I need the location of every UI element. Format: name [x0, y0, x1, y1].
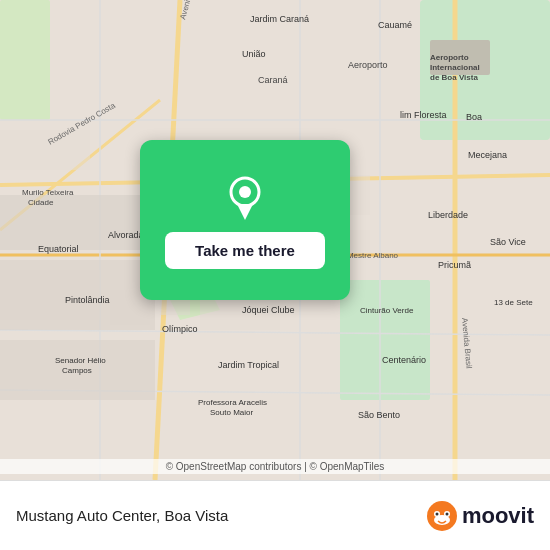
svg-text:Caraná: Caraná	[258, 75, 288, 85]
svg-text:13 de Sete: 13 de Sete	[494, 298, 533, 307]
svg-text:Murilo Teixeira: Murilo Teixeira	[22, 188, 74, 197]
svg-text:Professora Aracelis: Professora Aracelis	[198, 398, 267, 407]
svg-text:Internacional: Internacional	[430, 63, 480, 72]
svg-text:Liberdade: Liberdade	[428, 210, 468, 220]
svg-text:Cinturão Verde: Cinturão Verde	[360, 306, 414, 315]
svg-text:de Boa Vista: de Boa Vista	[430, 73, 478, 82]
svg-point-69	[435, 512, 438, 515]
svg-text:Jóquei Clube: Jóquei Clube	[242, 305, 295, 315]
svg-text:Jardim Tropical: Jardim Tropical	[218, 360, 279, 370]
moovit-brand-text: moovit	[462, 503, 534, 529]
take-me-there-button[interactable]: Take me there	[165, 232, 325, 269]
svg-text:Boa: Boa	[466, 112, 482, 122]
bottom-info-bar: Mustang Auto Center, Boa Vista moovit	[0, 480, 550, 550]
svg-marker-64	[237, 204, 253, 220]
moovit-brand-icon	[426, 500, 458, 532]
svg-text:São Bento: São Bento	[358, 410, 400, 420]
pin-icon	[220, 172, 270, 222]
map-view: Jardim Caraná Cauamé União Aeroporto Car…	[0, 0, 550, 480]
location-card: Take me there	[140, 140, 350, 300]
svg-text:Alvorada: Alvorada	[108, 230, 144, 240]
svg-rect-23	[0, 195, 155, 250]
svg-rect-2	[340, 280, 430, 400]
svg-text:Equatorial: Equatorial	[38, 244, 79, 254]
place-name: Mustang Auto Center, Boa Vista	[16, 507, 228, 524]
svg-text:União: União	[242, 49, 266, 59]
svg-text:lim Floresta: lim Floresta	[400, 110, 447, 120]
svg-rect-16	[0, 130, 90, 170]
svg-text:Jardim Caraná: Jardim Caraná	[250, 14, 309, 24]
svg-text:Senador Hélio: Senador Hélio	[55, 356, 106, 365]
svg-rect-3	[0, 0, 50, 120]
svg-text:Cauamé: Cauamé	[378, 20, 412, 30]
svg-text:Mecejana: Mecejana	[468, 150, 507, 160]
moovit-logo: moovit	[426, 500, 534, 532]
svg-text:Aeroporto: Aeroporto	[348, 60, 388, 70]
svg-text:Olímpico: Olímpico	[162, 324, 198, 334]
svg-point-63	[239, 186, 251, 198]
svg-point-70	[445, 512, 448, 515]
svg-text:Souto Maior: Souto Maior	[210, 408, 253, 417]
svg-text:São Vice: São Vice	[490, 237, 526, 247]
svg-text:Aeroporto: Aeroporto	[430, 53, 469, 62]
map-copyright: © OpenStreetMap contributors | © OpenMap…	[0, 459, 550, 474]
svg-text:Cidade: Cidade	[28, 198, 54, 207]
svg-text:Pintolândia: Pintolândia	[65, 295, 110, 305]
svg-text:Pricumã: Pricumã	[438, 260, 471, 270]
svg-text:Campos: Campos	[62, 366, 92, 375]
svg-text:Centenário: Centenário	[382, 355, 426, 365]
